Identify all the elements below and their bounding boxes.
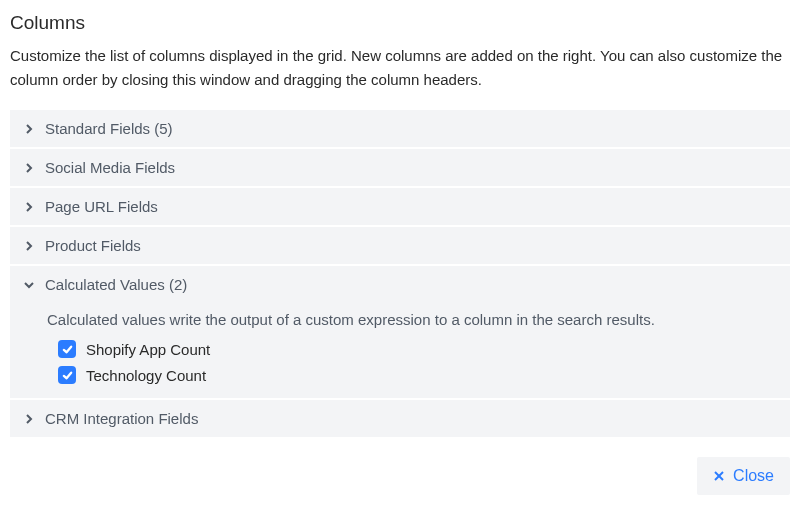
chevron-right-icon [22,161,36,175]
section-calculated-values[interactable]: Calculated Values (2) [10,266,790,303]
section-crm-integration-fields[interactable]: CRM Integration Fields [10,400,790,437]
section-label: Product Fields [45,237,141,254]
section-calculated-values-container: Calculated Values (2) Calculated values … [10,266,790,398]
close-button-label: Close [733,467,774,485]
checkbox-label: Technology Count [86,367,206,384]
section-label: Standard Fields (5) [45,120,173,137]
dialog-title: Columns [10,12,790,34]
close-icon [713,470,725,482]
chevron-right-icon [22,412,36,426]
section-list: Standard Fields (5) Social Media Fields … [10,110,790,437]
list-item: Technology Count [58,366,774,384]
chevron-right-icon [22,239,36,253]
chevron-down-icon [22,278,36,292]
section-page-url-fields[interactable]: Page URL Fields [10,188,790,225]
section-description: Calculated values write the output of a … [47,311,774,328]
section-standard-fields[interactable]: Standard Fields (5) [10,110,790,147]
section-body: Calculated values write the output of a … [10,303,790,398]
chevron-right-icon [22,200,36,214]
section-label: Social Media Fields [45,159,175,176]
section-product-fields[interactable]: Product Fields [10,227,790,264]
dialog-description: Customize the list of columns displayed … [10,44,790,92]
chevron-right-icon [22,122,36,136]
dialog-footer: Close [697,457,790,495]
section-label: CRM Integration Fields [45,410,198,427]
section-label: Calculated Values (2) [45,276,187,293]
list-item: Shopify App Count [58,340,774,358]
checkbox-shopify-app-count[interactable] [58,340,76,358]
close-button[interactable]: Close [697,457,790,495]
section-social-media-fields[interactable]: Social Media Fields [10,149,790,186]
checkbox-technology-count[interactable] [58,366,76,384]
checkbox-label: Shopify App Count [86,341,210,358]
section-label: Page URL Fields [45,198,158,215]
